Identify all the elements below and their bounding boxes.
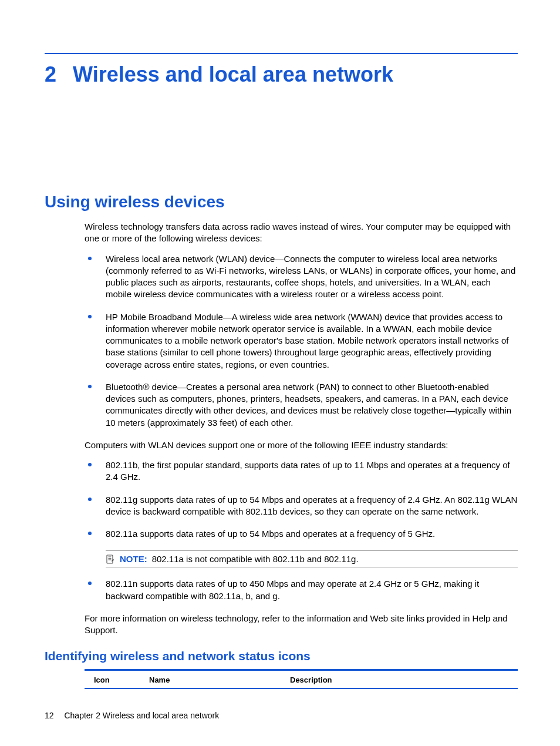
standards-intro: Computers with WLAN devices support one … [85, 439, 518, 451]
table-header-description: Description [290, 676, 518, 684]
note-box: NOTE: 802.11a is not compatible with 802… [106, 550, 518, 567]
section-heading: Using wireless devices [45, 193, 518, 211]
icon-status-table: Icon Name Description [85, 669, 518, 689]
list-item: 802.11g supports data rates of up to 54 … [85, 494, 518, 518]
note-label: NOTE: [120, 554, 147, 564]
list-item: Wireless local area network (WLAN) devic… [85, 253, 518, 301]
chapter-rule [45, 53, 518, 54]
table-header-row: Icon Name Description [85, 671, 518, 688]
devices-list: Wireless local area network (WLAN) devic… [85, 253, 518, 429]
list-item: 802.11a supports data rates of up to 54 … [85, 528, 518, 540]
chapter-title: Wireless and local area network [73, 62, 393, 87]
section-intro: Wireless technology transfers data acros… [85, 221, 518, 245]
list-item: Bluetooth® device—Creates a personal are… [85, 381, 518, 429]
list-item: 802.11b, the first popular standard, sup… [85, 459, 518, 483]
note-text: 802.11a is not compatible with 802.11b a… [152, 554, 359, 564]
subsection-heading: Identifying wireless and network status … [45, 649, 518, 663]
standards-list: 802.11b, the first popular standard, sup… [85, 459, 518, 540]
chapter-heading: 2 Wireless and local area network [45, 62, 518, 87]
chapter-number: 2 [45, 62, 56, 87]
table-header-name: Name [149, 676, 290, 684]
svg-rect-0 [107, 555, 113, 563]
standards-list-after: 802.11n supports data rates of up to 450… [85, 578, 518, 602]
table-header-icon: Icon [85, 676, 149, 684]
list-item: 802.11n supports data rates of up to 450… [85, 578, 518, 602]
footer-chapter-label: Chapter 2 Wireless and local area networ… [64, 711, 219, 720]
list-item: HP Mobile Broadband Module—A wireless wi… [85, 311, 518, 371]
page-content: 2 Wireless and local area network Using … [0, 0, 560, 689]
note-icon [106, 555, 115, 564]
more-info: For more information on wireless technol… [85, 613, 518, 637]
page-number: 12 [45, 711, 54, 720]
page-footer: 12 Chapter 2 Wireless and local area net… [45, 711, 219, 720]
